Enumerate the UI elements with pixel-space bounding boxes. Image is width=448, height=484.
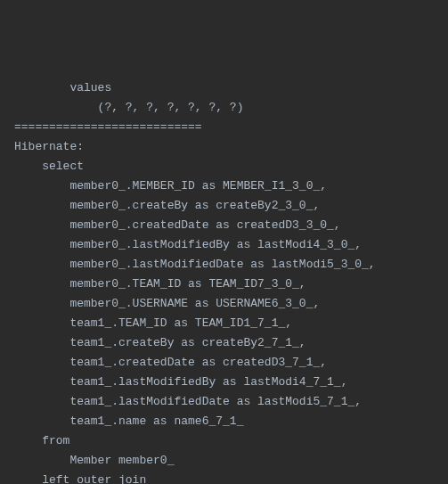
code-line: values — [14, 78, 448, 98]
code-line: member0_.USERNAME as USERNAME6_3_0_, — [14, 294, 448, 314]
code-line: =========================== — [14, 118, 448, 137]
code-line: member0_.lastModifiedBy as lastModi4_3_0… — [14, 235, 448, 255]
code-line: member0_.lastModifiedDate as lastModi5_3… — [14, 255, 448, 275]
code-line: team1_.name as name6_7_1_ — [14, 412, 448, 431]
code-line: team1_.TEAM_ID as TEAM_ID1_7_1_, — [14, 314, 448, 333]
code-line: Hibernate: — [14, 137, 448, 157]
code-line: from — [14, 431, 448, 451]
code-line: member0_.MEMBER_ID as MEMBER_I1_3_0_, — [14, 176, 448, 196]
code-line: member0_.TEAM_ID as TEAM_ID7_3_0_, — [14, 275, 448, 294]
code-line: team1_.createBy as createBy2_7_1_, — [14, 333, 448, 353]
code-line: (?, ?, ?, ?, ?, ?, ?) — [14, 98, 448, 118]
code-line: select — [14, 157, 448, 176]
code-output: values (?, ?, ?, ?, ?, ?, ?)============… — [0, 78, 448, 484]
code-line: member0_.createdDate as createdD3_3_0_, — [14, 216, 448, 235]
code-line: team1_.createdDate as createdD3_7_1_, — [14, 353, 448, 373]
code-line: team1_.lastModifiedBy as lastModi4_7_1_, — [14, 373, 448, 392]
code-line: left outer join — [14, 471, 448, 484]
code-line: team1_.lastModifiedDate as lastModi5_7_1… — [14, 392, 448, 412]
code-line: Member member0_ — [14, 451, 448, 471]
code-line: member0_.createBy as createBy2_3_0_, — [14, 196, 448, 216]
